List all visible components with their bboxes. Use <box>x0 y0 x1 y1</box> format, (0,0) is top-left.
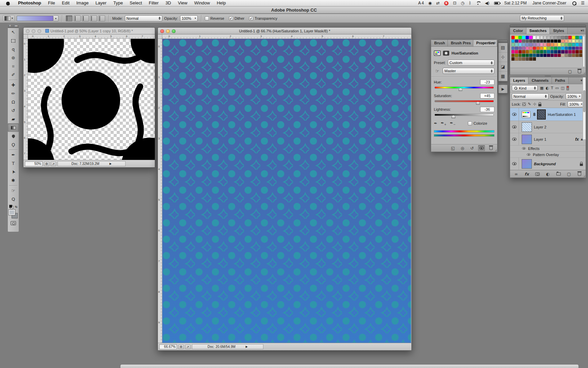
status-menu-arrow-icon[interactable]: ▶ <box>246 345 248 348</box>
color-swatch[interactable] <box>526 43 529 46</box>
doc1-titlebar[interactable]: Untitled-1.psd @ 50% (Layer 1 copy 10, R… <box>23 28 155 34</box>
resize-grip-icon[interactable]: ◢ <box>583 72 585 75</box>
color-swatch[interactable] <box>526 57 529 61</box>
color-swatch[interactable] <box>522 43 525 46</box>
menu-image[interactable]: Image <box>73 0 92 6</box>
color-swatch[interactable] <box>515 54 518 57</box>
filter-shape-layers-icon[interactable]: ▭ <box>555 86 559 90</box>
color-swatch[interactable] <box>579 43 582 46</box>
brush-tool[interactable]: ✏ <box>8 89 19 98</box>
hue-slider-value-field[interactable]: -23 <box>480 79 494 85</box>
color-swatch[interactable] <box>543 43 546 46</box>
filter-adjustment-layers-icon[interactable]: ◐ <box>545 86 549 90</box>
navigator-panel-icon[interactable]: ⊹ <box>499 52 507 62</box>
color-swatch[interactable] <box>558 47 561 50</box>
color-swatch[interactable] <box>565 36 568 39</box>
color-swatch[interactable] <box>519 43 522 46</box>
color-swatch[interactable] <box>533 50 536 53</box>
filter-type-layers-icon[interactable]: T <box>551 86 553 90</box>
color-swatch[interactable] <box>511 40 514 43</box>
reset-icon[interactable]: ↺ <box>470 146 474 151</box>
color-swatch[interactable] <box>568 43 571 46</box>
layer-style-icon-button[interactable]: fx <box>523 171 530 177</box>
layer-visibility-toggle[interactable] <box>510 133 519 145</box>
color-swatch[interactable] <box>515 57 518 61</box>
history-brush-tool[interactable]: ↺ <box>8 106 19 115</box>
doc1-zoom-field[interactable]: 50% <box>25 161 43 166</box>
eyedropper-tool[interactable]: ✐ <box>8 71 19 79</box>
color-swatch[interactable] <box>543 36 546 39</box>
menu-clock[interactable]: Sat 2:12 PM <box>504 1 527 5</box>
color-swatch[interactable] <box>579 47 582 50</box>
color-swatch[interactable] <box>554 50 557 53</box>
color-swatch[interactable] <box>561 54 564 57</box>
color-swatch[interactable] <box>519 50 522 53</box>
minimize-icon[interactable] <box>166 29 170 33</box>
color-swatch[interactable] <box>515 36 518 39</box>
color-swatch[interactable] <box>536 50 539 53</box>
actions-panel-collapsed[interactable]: ▶ <box>498 85 508 93</box>
blend-mode-select[interactable]: Normal <box>125 15 162 21</box>
layer-visibility-toggle[interactable] <box>510 121 519 133</box>
saturation-slider-value-field[interactable]: +45 <box>480 93 494 98</box>
pen-tool[interactable]: ✒ <box>8 151 19 159</box>
path-selection-tool[interactable]: ➤ <box>8 168 19 176</box>
layer-thumbnail[interactable] <box>522 159 532 169</box>
delete-swatch-icon[interactable] <box>578 70 581 73</box>
color-swatch[interactable] <box>519 40 522 43</box>
menu-layer[interactable]: Layer <box>92 0 110 6</box>
link-layers-icon[interactable]: ∞ <box>514 172 518 177</box>
color-swatch[interactable] <box>515 40 518 43</box>
doc2-zoom-field[interactable]: 66.67% <box>159 344 177 349</box>
new-swatch-icon-button[interactable]: ▢ <box>567 68 573 75</box>
new-swatch-icon[interactable]: ▢ <box>568 69 572 74</box>
color-swatch[interactable] <box>565 54 568 57</box>
color-swatch[interactable] <box>533 47 536 50</box>
color-swatch[interactable] <box>529 40 532 43</box>
color-swatch[interactable] <box>575 47 578 50</box>
color-swatch[interactable] <box>536 43 539 46</box>
lock-all-icon[interactable] <box>538 104 541 106</box>
color-swatch[interactable] <box>529 50 532 53</box>
color-swatch[interactable] <box>554 43 557 46</box>
doc1-vertical-ruler[interactable]: 01234567 <box>23 39 28 160</box>
color-swatch[interactable] <box>533 43 536 46</box>
color-swatch[interactable] <box>547 43 550 46</box>
color-swatch[interactable] <box>511 57 514 61</box>
color-swatch[interactable] <box>529 54 532 57</box>
hand-tool[interactable]: ☞ <box>8 186 19 195</box>
tool-preset-picker[interactable]: ▾ <box>3 15 15 22</box>
apple-menu-icon[interactable] <box>6 1 11 5</box>
link-layers-icon-button[interactable]: ∞ <box>513 171 520 177</box>
radial-gradient-button[interactable] <box>74 15 81 21</box>
new-layer-icon-button[interactable]: ▢ <box>566 171 572 177</box>
clip-to-layer-icon-button[interactable]: ◱ <box>450 145 456 151</box>
diamond-gradient-button[interactable] <box>98 15 105 21</box>
layers-tab-paths[interactable]: Paths <box>552 77 569 84</box>
linear-gradient-button[interactable] <box>66 15 72 21</box>
color-swatch[interactable] <box>519 57 522 61</box>
color-swatch[interactable] <box>519 47 522 50</box>
ruler-origin[interactable] <box>158 34 162 39</box>
menu-help[interactable]: Help <box>213 0 229 6</box>
angle-gradient-button[interactable] <box>82 15 89 21</box>
layer-effect-row-effects[interactable]: Effects <box>510 145 586 152</box>
transparency-checkbox[interactable]: ✓ <box>249 16 253 20</box>
color-swatch[interactable] <box>554 36 557 39</box>
menu-window[interactable]: Window <box>191 0 213 6</box>
color-swatch[interactable] <box>526 47 529 50</box>
battery-icon[interactable] <box>494 2 500 5</box>
color-swatch[interactable] <box>568 36 571 39</box>
color-swatch[interactable] <box>529 57 532 61</box>
doc1-canvas[interactable] <box>28 39 155 160</box>
properties-tab-brush[interactable]: Brush <box>431 40 448 46</box>
eyedropper-add-icon[interactable]: ✒+ <box>441 121 446 126</box>
new-adjustment-layer-icon-button[interactable]: ◐ <box>544 171 551 177</box>
hue-slider-track[interactable] <box>435 87 494 89</box>
color-swatch[interactable] <box>561 43 564 46</box>
eyedropper-subtract-icon[interactable]: ✒− <box>450 121 456 126</box>
layer-name[interactable]: Hue/Saturation 1 <box>548 112 576 117</box>
color-swatch[interactable] <box>540 47 543 50</box>
color-swatch[interactable] <box>533 40 536 43</box>
histogram-panel-icon[interactable]: ▤ <box>499 43 507 52</box>
